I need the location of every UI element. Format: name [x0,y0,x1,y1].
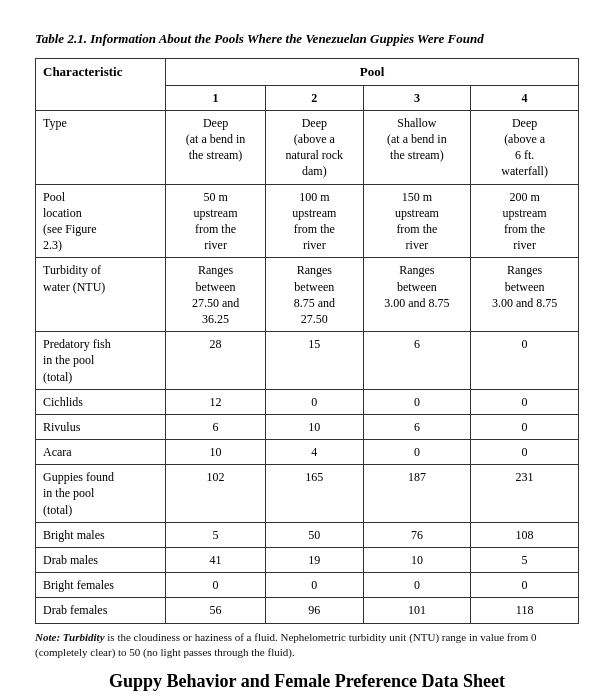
data-cell: 0 [363,389,471,414]
data-cell: 4 [266,440,363,465]
table-row: TypeDeep (at a bend in the stream)Deep (… [36,110,579,184]
characteristic-cell: Drab females [36,598,166,623]
col-header-4: 4 [471,85,579,110]
table-row: Bright males55076108 [36,522,579,547]
data-cell: 10 [266,414,363,439]
data-cell: 19 [266,548,363,573]
characteristic-cell: Drab males [36,548,166,573]
data-table: Characteristic Pool 1 2 3 4 TypeDeep (at… [35,58,579,623]
data-cell: 28 [166,332,266,390]
data-cell: Deep (above a natural rock dam) [266,110,363,184]
table-row: Predatory fish in the pool (total)281560 [36,332,579,390]
note: Note: Turbidity is the cloudiness or haz… [35,630,579,661]
table-row: Pool location (see Figure 2.3)50 m upstr… [36,184,579,258]
data-cell: Ranges between 8.75 and 27.50 [266,258,363,332]
data-cell: Ranges between 3.00 and 8.75 [471,258,579,332]
table-row: Drab females5696101118 [36,598,579,623]
characteristic-cell: Bright females [36,573,166,598]
table-row: Rivulus61060 [36,414,579,439]
table-row: Guppies found in the pool (total)1021651… [36,465,579,523]
data-cell: 102 [166,465,266,523]
data-cell: 200 m upstream from the river [471,184,579,258]
data-cell: 0 [471,440,579,465]
data-cell: 56 [166,598,266,623]
characteristic-header: Characteristic [36,59,166,111]
table-row: Drab males4119105 [36,548,579,573]
data-cell: 41 [166,548,266,573]
characteristic-cell: Pool location (see Figure 2.3) [36,184,166,258]
col-header-3: 3 [363,85,471,110]
data-cell: 76 [363,522,471,547]
characteristic-cell: Guppies found in the pool (total) [36,465,166,523]
page: Table 2.1. Information About the Pools W… [0,0,614,700]
data-cell: Deep (above a 6 ft. waterfall) [471,110,579,184]
bottom-title: Guppy Behavior and Female Preference Dat… [35,670,579,693]
data-cell: 100 m upstream from the river [266,184,363,258]
data-cell: 6 [166,414,266,439]
characteristic-cell: Rivulus [36,414,166,439]
table-row: Cichlids12000 [36,389,579,414]
data-cell: 150 m upstream from the river [363,184,471,258]
data-cell: 108 [471,522,579,547]
characteristic-cell: Turbidity of water (NTU) [36,258,166,332]
data-cell: 0 [166,573,266,598]
data-cell: Shallow (at a bend in the stream) [363,110,471,184]
data-cell: 15 [266,332,363,390]
data-cell: 0 [363,440,471,465]
characteristic-cell: Type [36,110,166,184]
data-cell: 0 [471,332,579,390]
characteristic-cell: Cichlids [36,389,166,414]
data-cell: 118 [471,598,579,623]
data-cell: 0 [266,389,363,414]
data-cell: 10 [166,440,266,465]
data-cell: Ranges between 27.50 and 36.25 [166,258,266,332]
data-cell: 10 [363,548,471,573]
data-cell: 50 m upstream from the river [166,184,266,258]
table-row: Turbidity of water (NTU)Ranges between 2… [36,258,579,332]
data-cell: 187 [363,465,471,523]
data-cell: 6 [363,414,471,439]
data-cell: 12 [166,389,266,414]
characteristic-cell: Bright males [36,522,166,547]
data-cell: 6 [363,332,471,390]
note-label: Note: Turbidity is the cloudiness or haz… [35,631,537,658]
data-cell: 231 [471,465,579,523]
col-header-2: 2 [266,85,363,110]
data-cell: 0 [471,573,579,598]
data-cell: 5 [471,548,579,573]
table-row: Acara10400 [36,440,579,465]
data-cell: Ranges between 3.00 and 8.75 [363,258,471,332]
data-cell: 5 [166,522,266,547]
data-cell: 96 [266,598,363,623]
data-cell: 0 [471,414,579,439]
col-header-1: 1 [166,85,266,110]
data-cell: 50 [266,522,363,547]
data-cell: 101 [363,598,471,623]
data-cell: 0 [266,573,363,598]
pool-header: Pool [166,59,579,86]
data-cell: Deep (at a bend in the stream) [166,110,266,184]
characteristic-cell: Acara [36,440,166,465]
data-cell: 0 [471,389,579,414]
table-title: Table 2.1. Information About the Pools W… [35,30,579,48]
data-cell: 0 [363,573,471,598]
table-row: Bright females0000 [36,573,579,598]
data-cell: 165 [266,465,363,523]
characteristic-cell: Predatory fish in the pool (total) [36,332,166,390]
